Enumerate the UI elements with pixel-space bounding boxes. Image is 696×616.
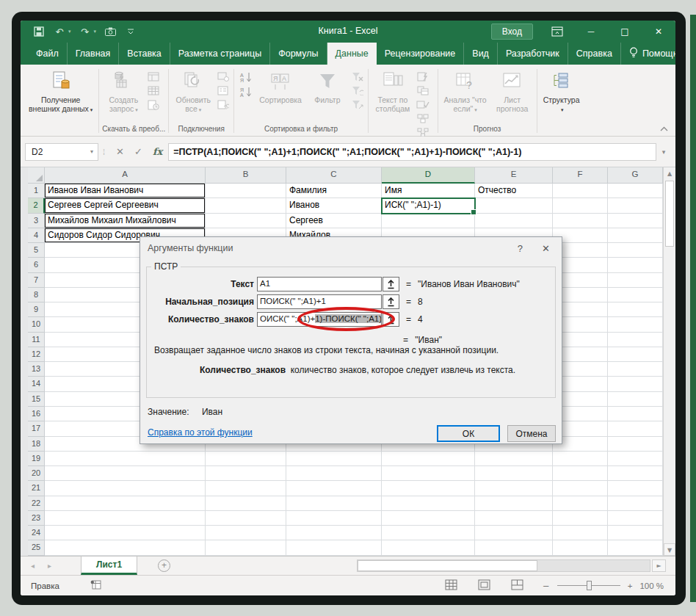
clear-filter-icon[interactable]	[350, 71, 365, 82]
advanced-filter-icon[interactable]	[350, 99, 365, 110]
cell-D3[interactable]	[382, 214, 475, 228]
tab-page-layout[interactable]: Разметка страницы	[170, 43, 270, 65]
collapse-dialog-icon[interactable]	[383, 277, 399, 291]
close-button[interactable]: ✕	[642, 21, 675, 43]
cell-B20[interactable]	[206, 466, 286, 481]
cell-D2[interactable]: ИСК(" ";A1)-1)	[382, 198, 475, 213]
edit-links-icon[interactable]	[216, 99, 231, 110]
get-external-data-button[interactable]: Получение внешних данных▾	[26, 68, 95, 115]
cell-G6[interactable]	[608, 258, 663, 272]
cell-G9[interactable]	[608, 302, 663, 317]
row-header-13[interactable]: 13	[28, 362, 45, 377]
formula-input[interactable]: =ПСТР(A1;ПОИСК(" ";A1)+1;ПОИСК(" ";A1;ПО…	[168, 143, 656, 161]
minimize-button[interactable]: ─	[574, 21, 608, 43]
next-sheet-icon[interactable]: ▸	[48, 562, 51, 570]
cell-E1[interactable]: Отчество	[475, 184, 553, 198]
row-header-24[interactable]: 24	[28, 526, 45, 540]
cell-C19[interactable]	[286, 452, 382, 466]
vertical-scroll-thumb[interactable]	[665, 181, 674, 247]
cell-E3[interactable]	[475, 214, 553, 228]
row-header-6[interactable]: 6	[28, 258, 45, 272]
recent-sources-icon[interactable]	[146, 99, 161, 110]
cell-A3[interactable]: Михайлов Михаил Михайлович	[45, 214, 206, 228]
insert-function-icon[interactable]: fx	[153, 146, 162, 157]
cell-C20[interactable]	[286, 466, 382, 481]
cell-G22[interactable]	[608, 496, 663, 511]
cancel-entry-icon[interactable]: ✕	[116, 146, 124, 157]
row-header-12[interactable]: 12	[28, 347, 45, 362]
row-header-4[interactable]: 4	[28, 228, 45, 243]
scroll-right-icon[interactable]: ►	[652, 559, 666, 572]
text-argument-input[interactable]: A1	[257, 277, 382, 291]
cell-D19[interactable]	[382, 452, 475, 466]
cell-E19[interactable]	[475, 452, 553, 466]
cell-D1[interactable]: Имя	[382, 184, 475, 198]
cell-F24[interactable]	[553, 526, 608, 540]
cell-G5[interactable]	[608, 243, 663, 258]
cell-G2[interactable]	[608, 198, 663, 213]
cell-B25[interactable]	[206, 540, 286, 555]
row-header-16[interactable]: 16	[28, 407, 45, 421]
dialog-help-icon[interactable]: ?	[518, 243, 523, 254]
cell-E20[interactable]	[475, 466, 553, 481]
cell-F3[interactable]	[553, 214, 608, 228]
cell-A23[interactable]	[45, 511, 206, 526]
row-header-18[interactable]: 18	[28, 437, 45, 452]
col-header-E[interactable]: E	[475, 167, 553, 184]
cell-D22[interactable]	[382, 496, 475, 511]
show-queries-icon[interactable]	[146, 71, 161, 82]
tab-formulas[interactable]: Формулы	[270, 43, 327, 65]
cell-A19[interactable]	[45, 452, 206, 466]
sort-descending-icon[interactable]: ЯА	[239, 86, 253, 97]
what-if-analysis-button[interactable]: ? Анализ "что если"▾	[441, 68, 490, 115]
scroll-up-icon[interactable]: ▲	[664, 167, 675, 180]
col-header-G[interactable]: G	[608, 167, 663, 184]
row-header-3[interactable]: 3	[28, 214, 45, 228]
cell-E22[interactable]	[475, 496, 553, 511]
cell-C3[interactable]: Сергеев	[286, 214, 382, 228]
expand-formula-bar-icon[interactable]: ▾	[656, 148, 671, 156]
cell-E23[interactable]	[475, 511, 553, 526]
cell-G16[interactable]	[608, 407, 663, 421]
row-header-9[interactable]: 9	[28, 302, 45, 317]
cell-E2[interactable]	[475, 198, 553, 213]
zoom-level[interactable]: 100 %	[639, 581, 664, 590]
consolidate-icon[interactable]	[416, 113, 430, 124]
reapply-filter-icon[interactable]	[350, 85, 365, 96]
cell-D25[interactable]	[382, 540, 475, 555]
sign-in-button[interactable]: Вход	[491, 23, 533, 40]
cell-G4[interactable]	[608, 228, 663, 243]
cell-A24[interactable]	[45, 526, 206, 540]
row-header-23[interactable]: 23	[28, 511, 45, 526]
normal-view-icon[interactable]	[445, 579, 457, 592]
cell-G19[interactable]	[608, 452, 663, 466]
cell-G12[interactable]	[608, 347, 663, 362]
collapse-dialog-icon[interactable]	[383, 312, 399, 327]
dialog-title-bar[interactable]: Аргументы функции ? ✕	[140, 237, 562, 259]
from-table-icon[interactable]	[146, 85, 161, 96]
sheet-tab-list1[interactable]: Лист1	[81, 557, 137, 575]
cell-B24[interactable]	[206, 526, 286, 540]
horizontal-scroll-thumb[interactable]	[358, 560, 537, 571]
cell-F19[interactable]	[553, 452, 608, 466]
ribbon-display-options-icon[interactable]	[540, 21, 574, 43]
cell-C22[interactable]	[286, 496, 382, 511]
col-header-A[interactable]: A	[45, 167, 206, 184]
enter-entry-icon[interactable]: ✓	[134, 146, 142, 157]
new-query-button[interactable]: Создать запрос▾	[102, 68, 145, 115]
select-all-corner[interactable]	[28, 167, 45, 184]
cell-G17[interactable]	[608, 421, 663, 436]
cell-G3[interactable]	[608, 214, 663, 228]
structure-button[interactable]: Структура ▾	[540, 68, 583, 115]
cell-A2[interactable]: Сергеев Сергей Сергеевич	[45, 198, 206, 213]
collapse-ribbon-icon[interactable]	[658, 123, 670, 134]
cell-C21[interactable]	[286, 481, 382, 496]
tab-view[interactable]: Вид	[464, 43, 498, 65]
zoom-slider-knob[interactable]	[587, 581, 592, 590]
cell-G21[interactable]	[608, 481, 663, 496]
connections-icon[interactable]	[216, 71, 231, 82]
col-header-F[interactable]: F	[553, 167, 608, 184]
zoom-slider[interactable]	[557, 585, 620, 586]
cell-B1[interactable]	[206, 184, 286, 198]
flash-fill-icon[interactable]	[416, 71, 430, 82]
